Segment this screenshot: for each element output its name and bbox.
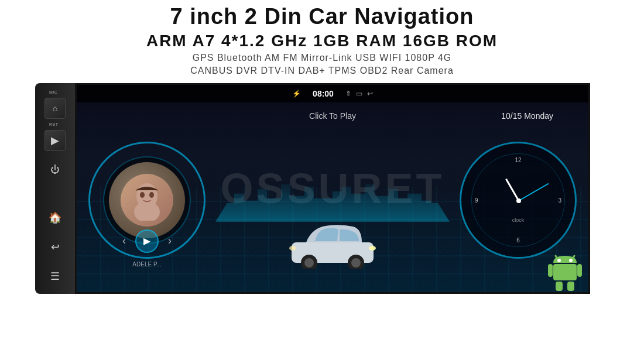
home-button[interactable]: ⌂ xyxy=(44,98,66,119)
side-panel: MIC ⌂ RST ▶ ⏻ 🏠 ↩ ☰ xyxy=(35,83,75,294)
next-button[interactable]: › xyxy=(168,235,172,247)
svg-point-8 xyxy=(351,258,361,268)
svg-point-2 xyxy=(140,192,145,198)
side-controls-bottom: 🏠 ↩ ☰ xyxy=(44,207,66,287)
back-nav-button[interactable]: ↩ xyxy=(44,236,66,258)
date-display: 10/15 Monday xyxy=(501,111,553,121)
mic-label: MIC xyxy=(49,90,57,94)
svg-line-12 xyxy=(519,184,548,201)
car-area xyxy=(286,216,379,269)
window-icon: ▭ xyxy=(356,90,362,98)
svg-point-6 xyxy=(304,258,314,268)
bluetooth-icon: ⚡ xyxy=(292,90,301,98)
svg-rect-22 xyxy=(567,282,574,291)
screen-content: OSSURET ⚡ 08:00 ⇑ ▭ ↩ Click To Play xyxy=(77,85,588,292)
svg-point-10 xyxy=(289,246,296,251)
svg-rect-21 xyxy=(556,282,563,291)
svg-point-13 xyxy=(516,198,521,203)
extra-nav-button[interactable]: ☰ xyxy=(44,266,66,287)
home-nav-button[interactable]: 🏠 xyxy=(44,207,66,228)
arrows-icon: ⇑ xyxy=(345,90,351,98)
svg-rect-20 xyxy=(577,264,582,277)
rst-label: RST xyxy=(49,122,59,126)
clock-inner: 12 3 6 9 xyxy=(471,153,565,247)
svg-rect-18 xyxy=(553,264,577,280)
features-row2: CANBUS DVR DTV-IN DAB+ TPMS OBD2 Rear Ca… xyxy=(0,66,644,76)
play-side-button[interactable]: ▶ xyxy=(44,130,66,151)
power-button[interactable]: ⏻ xyxy=(44,159,66,180)
svg-point-1 xyxy=(134,201,160,221)
status-icons-right: ⇑ ▭ ↩ xyxy=(345,90,373,98)
clock-svg xyxy=(472,154,566,248)
clock-time: 08:00 xyxy=(313,89,334,98)
side-controls-top: MIC ⌂ RST ▶ ⏻ xyxy=(44,90,66,180)
prev-button[interactable]: ‹ xyxy=(122,235,126,247)
play-pause-button[interactable]: ▶ xyxy=(135,229,159,253)
svg-line-11 xyxy=(506,179,519,200)
rst-group: RST xyxy=(44,122,66,126)
music-circle[interactable]: ‹ ▶ › ADELE P... xyxy=(88,142,205,259)
svg-point-9 xyxy=(369,246,376,251)
main-screen[interactable]: OSSURET ⚡ 08:00 ⇑ ▭ ↩ Click To Play xyxy=(75,83,590,294)
header-section: 7 inch 2 Din Car Navigation ARM A7 4*1.2… xyxy=(0,0,644,76)
clock-face: 12 3 6 9 xyxy=(460,142,577,259)
car-svg xyxy=(286,216,379,269)
device-container: MIC ⌂ RST ▶ ⏻ 🏠 ↩ ☰ OSSURET xyxy=(35,83,609,294)
page-wrapper: 7 inch 2 Din Car Navigation ARM A7 4*1.2… xyxy=(0,0,644,360)
click-to-play-label[interactable]: Click To Play xyxy=(309,111,356,121)
svg-point-16 xyxy=(557,259,561,262)
music-track-label: ADELE P... xyxy=(132,261,161,268)
android-svg xyxy=(547,251,583,292)
clock-label: clock xyxy=(512,217,525,223)
svg-rect-19 xyxy=(548,264,553,277)
album-art xyxy=(109,162,185,238)
face-svg xyxy=(129,180,165,221)
status-bar: ⚡ 08:00 ⇑ ▭ ↩ xyxy=(77,85,588,102)
back-icon: ↩ xyxy=(367,90,373,98)
product-title: 7 inch 2 Din Car Navigation xyxy=(0,5,644,29)
features-row1: GPS Bluetooth AM FM Mirror-Link USB WIFI… xyxy=(0,53,644,63)
svg-point-17 xyxy=(569,259,573,262)
svg-point-3 xyxy=(149,192,154,198)
specs-row: ARM A7 4*1.2 GHz 1GB RAM 16GB ROM xyxy=(0,32,644,50)
android-logo xyxy=(547,251,583,286)
mic-group: MIC xyxy=(44,90,66,94)
album-face xyxy=(121,174,173,227)
music-controls: ‹ ▶ › xyxy=(122,229,172,253)
clock-circle: 12 3 6 9 xyxy=(460,142,577,259)
